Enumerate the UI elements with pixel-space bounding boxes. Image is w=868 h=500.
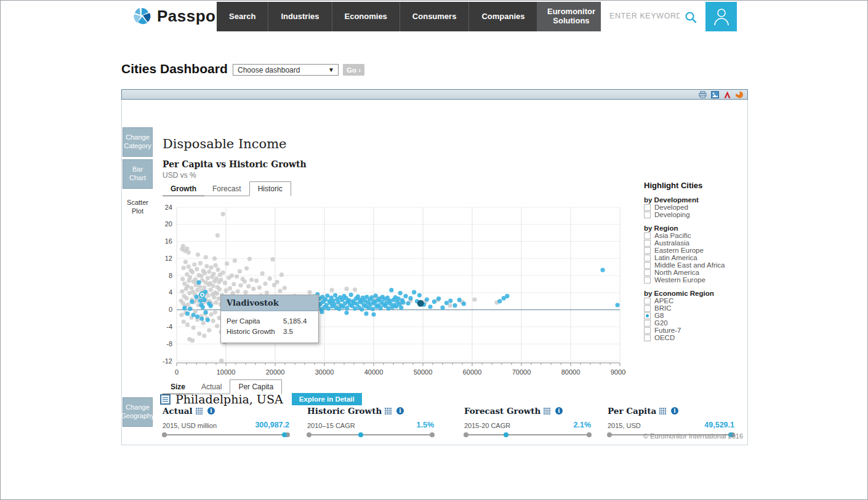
pdf-icon[interactable]	[723, 90, 731, 98]
checkbox-unchecked[interactable]	[644, 212, 651, 218]
metric-historic-growth: Historic Growth i 2010–15 CAGR 1.5%	[307, 406, 434, 438]
checkbox-bric[interactable]: BRIC	[644, 304, 746, 312]
data-grid-icon[interactable]	[196, 408, 204, 415]
change-category-button[interactable]: Change Category	[123, 127, 153, 157]
svg-text:4: 4	[169, 288, 172, 296]
nav-item-industries[interactable]: Industries	[268, 2, 331, 31]
chart-title: Disposable Income	[163, 137, 287, 151]
tab-forecast[interactable]: Forecast	[204, 182, 249, 196]
panel-toolbar	[121, 89, 748, 100]
top-bar: Passport SearchIndustriesEconomiesConsum…	[1, 1, 868, 36]
svg-text:40000: 40000	[364, 368, 384, 376]
checkbox-eastern-europe[interactable]: Eastern Europe	[644, 247, 746, 254]
data-grid-icon[interactable]	[544, 408, 552, 415]
metric-actual: Actual i 2015, USD million 300,987.2	[163, 406, 289, 438]
info-icon[interactable]: i	[396, 407, 404, 415]
highlight-cities-panel: Highlight Cities by DevelopmentDeveloped…	[644, 181, 746, 341]
checkbox-future-7[interactable]: Future-7	[644, 327, 746, 334]
explore-in-detail-button[interactable]: Explore in Detail	[292, 393, 362, 405]
search-input[interactable]	[601, 2, 680, 30]
print-icon[interactable]	[698, 90, 707, 98]
svg-text:60000: 60000	[463, 368, 482, 376]
nav-item-euromonitor-solutions[interactable]: Euromonitor Solutions	[537, 2, 605, 31]
tooltip-metric-label: Per Capita	[227, 316, 283, 327]
checkbox-australasia[interactable]: Australasia	[644, 239, 746, 247]
search-icon[interactable]	[685, 11, 697, 23]
info-icon[interactable]: i	[555, 407, 563, 415]
nav-item-economies[interactable]: Economies	[332, 2, 400, 31]
checkbox-latin-america[interactable]: Latin America	[644, 254, 746, 261]
checkbox-unchecked[interactable]	[644, 305, 651, 312]
user-icon	[713, 7, 729, 26]
selected-city-name: Philadelphia, USA	[175, 392, 283, 406]
checkbox-label: Latin America	[654, 254, 697, 261]
svg-text:i: i	[674, 408, 677, 414]
checkbox-unchecked[interactable]	[644, 335, 651, 341]
metric-forecast-growth: Forecast Growth i 2015-20 CAGR 2.1%	[464, 406, 591, 438]
checkbox-checked[interactable]	[644, 312, 651, 319]
slider-marker[interactable]	[282, 432, 287, 437]
checkbox-unchecked[interactable]	[644, 327, 651, 334]
slider-marker[interactable]	[504, 432, 508, 437]
svg-text:i: i	[210, 408, 212, 414]
svg-text:8: 8	[169, 272, 172, 279]
checkbox-label: Developing	[654, 211, 690, 218]
checkbox-label: Eastern Europe	[654, 247, 704, 254]
checkbox-unchecked[interactable]	[644, 298, 651, 304]
svg-text:-8: -8	[166, 340, 172, 347]
checkbox-unchecked[interactable]	[644, 262, 651, 269]
slider-marker[interactable]	[358, 432, 363, 437]
checkbox-unchecked[interactable]	[644, 204, 651, 211]
checkbox-unchecked[interactable]	[644, 247, 651, 254]
tab-historic[interactable]: Historic	[249, 181, 291, 196]
chart-units: USD vs %	[163, 171, 196, 180]
go-button[interactable]: Go ›	[343, 64, 364, 76]
checkbox-label: OECD	[654, 334, 675, 341]
passport-logo[interactable]: Passport	[132, 6, 228, 26]
checkbox-unchecked[interactable]	[644, 277, 651, 284]
user-account-button[interactable]	[705, 2, 737, 31]
chart-icon[interactable]	[735, 90, 744, 98]
keyword-search	[601, 2, 705, 31]
info-icon[interactable]: i	[671, 407, 678, 415]
metric-value: 1.5%	[417, 421, 435, 429]
checkbox-middle-east-and-africa[interactable]: Middle East and Africa	[644, 261, 746, 269]
change-geography-button[interactable]: Change Geography	[123, 397, 153, 427]
metric-sublabel: 2010–15 CAGR	[307, 422, 355, 429]
bar-chart-button[interactable]: Bar Chart	[123, 159, 153, 189]
checkbox-label: APEC	[654, 297, 673, 304]
info-icon[interactable]: i	[207, 407, 215, 415]
checkbox-asia-pacific[interactable]: Asia Pacific	[644, 232, 746, 239]
checkbox-oecd[interactable]: OECD	[644, 334, 746, 341]
checkbox-g8[interactable]: G8	[644, 312, 746, 319]
nav-item-companies[interactable]: Companies	[468, 2, 537, 31]
checkbox-developing[interactable]: Developing	[644, 211, 746, 218]
data-grid-icon[interactable]	[659, 408, 668, 415]
checkbox-unchecked[interactable]	[644, 240, 651, 247]
nav-item-search[interactable]: Search	[217, 2, 268, 31]
tooltip-city-name: Vladivostok	[221, 295, 318, 311]
nav-item-consumers[interactable]: Consumers	[400, 2, 469, 31]
page-title: Cities Dashboard	[121, 62, 228, 76]
checkbox-unchecked[interactable]	[644, 269, 651, 276]
checkbox-apec[interactable]: APEC	[644, 297, 746, 304]
image-export-icon[interactable]	[710, 90, 719, 98]
checkbox-group-title: by Development	[644, 196, 746, 204]
checkbox-western-europe[interactable]: Western Europe	[644, 276, 746, 284]
data-grid-icon[interactable]	[385, 408, 393, 415]
checkbox-label: Western Europe	[654, 276, 705, 284]
checkbox-north-america[interactable]: North America	[644, 269, 746, 276]
checkbox-developed[interactable]: Developed	[644, 204, 746, 211]
checkbox-label: BRIC	[654, 304, 671, 312]
checkbox-label: G20	[654, 319, 668, 327]
svg-text:i: i	[400, 408, 402, 414]
city-list-icon[interactable]	[160, 394, 171, 405]
checkbox-unchecked[interactable]	[644, 232, 651, 239]
svg-text:50000: 50000	[414, 368, 433, 376]
dashboard-select[interactable]: Choose dashboard ▼	[233, 64, 339, 76]
svg-text:-12: -12	[163, 357, 172, 365]
tooltip-metric-label: Historic Growth	[227, 327, 283, 337]
checkbox-unchecked[interactable]	[644, 320, 651, 327]
checkbox-unchecked[interactable]	[644, 255, 651, 261]
checkbox-g20[interactable]: G20	[644, 319, 746, 327]
